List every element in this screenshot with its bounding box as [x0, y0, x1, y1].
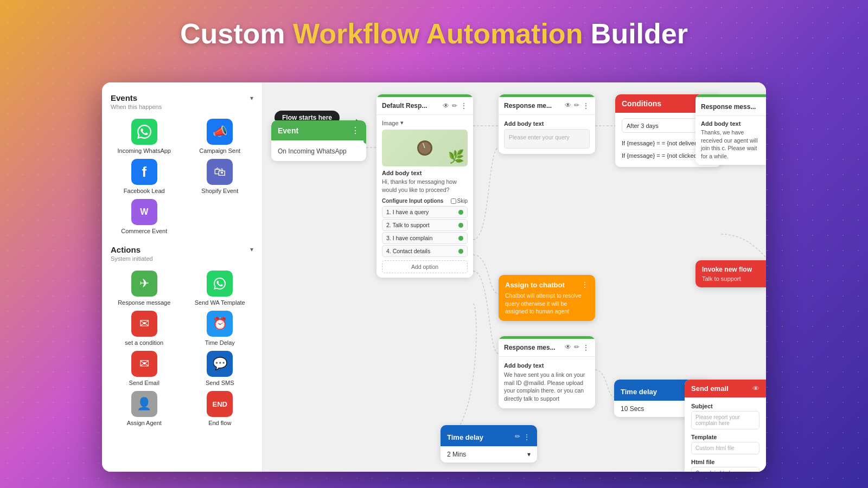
- sidebar-item-time-delay-label: Time Delay: [205, 339, 235, 346]
- time-delay-node-1[interactable]: Time delay ✏ ⋮ 2 Mins ▾: [441, 425, 537, 463]
- skip-label: Skip: [457, 198, 468, 204]
- option-2-label: 2. Talk to support: [386, 222, 430, 228]
- commerce-icon: W: [131, 199, 157, 225]
- send-wa-icon: [207, 271, 233, 297]
- actions-section-header[interactable]: Actions ▾: [108, 243, 256, 255]
- subject-placeholder: Please report your complain here: [691, 411, 760, 429]
- resp2-body: Add body text We have sent you a link on…: [499, 357, 595, 408]
- chatbot-title: Assign to chatbot: [505, 281, 565, 289]
- td2-value: 10 Secs: [621, 405, 644, 413]
- subject-label: Subject: [691, 403, 760, 409]
- sidebar-item-assign-label: Assign Agent: [127, 420, 162, 427]
- chatbot-header: Assign to chatbot ⋮: [505, 280, 589, 289]
- send-email-body: Subject Please report your complain here…: [685, 397, 766, 472]
- sidebar-item-incoming-whatsapp[interactable]: Incoming WhatsApp: [108, 119, 180, 155]
- resp1-header: Response me... 👁 ✏ ⋮: [499, 97, 595, 115]
- image-preview: 🌿: [382, 130, 468, 166]
- resp1-title: Response me...: [504, 102, 552, 110]
- sidebar-item-send-email[interactable]: ✉ Send Email: [108, 351, 180, 387]
- actions-grid: ✈ Response message Send WA Template ✉ se…: [108, 267, 256, 435]
- sidebar-item-send-sms[interactable]: 💬 Send SMS: [184, 351, 256, 387]
- option-3[interactable]: 3. I have complain: [382, 232, 468, 244]
- sidebar-item-facebook-label: Facebook Lead: [124, 188, 165, 195]
- chatbot-node[interactable]: Assign to chatbot ⋮ Chatbot will attempt…: [499, 275, 595, 321]
- sidebar-item-assign-agent[interactable]: 👤 Assign Agent: [108, 391, 180, 427]
- events-grid: Incoming WhatsApp 📣 Campaign Sent f Face…: [108, 115, 256, 243]
- response-msg-icon: ✈: [131, 271, 157, 297]
- sidebar-item-condition[interactable]: ✉ set a condition: [108, 311, 180, 346]
- sidebar: Events ▾ When this happens Incoming What…: [102, 82, 263, 472]
- add-option-button[interactable]: Add option: [382, 260, 468, 273]
- td1-dots[interactable]: ⋮: [523, 433, 531, 441]
- resp-far-body: Add body text Thanks, we have received o…: [695, 116, 766, 165]
- eye-icon[interactable]: 👁: [443, 102, 449, 110]
- event-node[interactable]: Event ⋮ On Incoming WhatsApp: [271, 120, 366, 161]
- sidebar-item-facebook-lead[interactable]: f Facebook Lead: [108, 159, 180, 195]
- sidebar-item-shopify[interactable]: 🛍 Shopify Event: [184, 159, 256, 195]
- resp-far-text: Thanks, we have received our agent will …: [701, 129, 761, 160]
- conditions-title: Conditions: [622, 99, 661, 108]
- td1-edit-icon[interactable]: ✏: [515, 433, 520, 441]
- resp2-dots[interactable]: ⋮: [582, 343, 590, 352]
- image-dropdown[interactable]: Image ▾: [382, 119, 468, 126]
- td1-body: 2 Mins ▾: [441, 446, 537, 463]
- td1-chevron: ▾: [527, 451, 531, 458]
- edit-icon[interactable]: ✏: [452, 102, 457, 110]
- dots-icon[interactable]: ⋮: [460, 101, 468, 110]
- send-sms-icon: 💬: [207, 351, 233, 377]
- option-2[interactable]: 2. Talk to support: [382, 219, 468, 231]
- image-label: Image: [382, 120, 399, 126]
- sidebar-item-time-delay[interactable]: ⏰ Time Delay: [184, 311, 256, 346]
- resp1-dots[interactable]: ⋮: [582, 101, 590, 110]
- option-1-label: 1. I have a query: [386, 209, 429, 215]
- events-title: Events: [111, 93, 137, 102]
- invoke-text: Talk to support: [702, 275, 760, 282]
- event-node-body: On Incoming WhatsApp: [271, 140, 366, 161]
- resp2-eye-icon[interactable]: 👁: [565, 343, 571, 352]
- default-resp-title: Default Resp...: [382, 102, 427, 110]
- event-connector-dot: [363, 138, 366, 144]
- invoke-node[interactable]: Invoke new flow Talk to support: [695, 260, 766, 287]
- response-node-far-right[interactable]: Response mess... Add body text Thanks, w…: [695, 94, 766, 165]
- send-email-node[interactable]: Send email 👁 Subject Please report your …: [685, 380, 766, 472]
- resp1-icons: 👁 ✏ ⋮: [565, 101, 590, 110]
- resp1-eye-icon[interactable]: 👁: [565, 101, 571, 110]
- resp1-edit-icon[interactable]: ✏: [574, 101, 579, 110]
- assign-agent-icon: 👤: [131, 391, 157, 417]
- sidebar-item-response-msg[interactable]: ✈ Response message: [108, 271, 180, 306]
- skip-checkbox[interactable]: [451, 198, 456, 204]
- actions-title: Actions: [111, 245, 141, 254]
- sidebar-item-campaign-sent[interactable]: 📣 Campaign Sent: [184, 119, 256, 155]
- resp-far-title: Response mess...: [701, 103, 756, 111]
- event-node-dots[interactable]: ⋮: [351, 125, 360, 136]
- option-4-dot: [458, 249, 463, 254]
- sidebar-item-send-wa-label: Send WA Template: [195, 299, 245, 306]
- template-placeholder: Custom html file: [691, 442, 760, 454]
- resp2-body-text: We have sent you a link on your mail ID …: [504, 371, 590, 403]
- default-response-node[interactable]: Default Resp... 👁 ✏ ⋮ Image ▾: [376, 94, 473, 278]
- resp2-title: Response mes...: [504, 344, 556, 351]
- option-4[interactable]: 4. Contact details: [382, 245, 468, 257]
- sidebar-item-commerce[interactable]: W Commerce Event: [108, 199, 180, 235]
- send-email-icon: ✉: [131, 351, 157, 377]
- sidebar-item-send-wa[interactable]: Send WA Template: [184, 271, 256, 306]
- html-file-value: Complain.html: [691, 467, 760, 472]
- sidebar-item-send-email-label: Send Email: [129, 380, 159, 387]
- option-1[interactable]: 1. I have a query: [382, 206, 468, 218]
- resp2-icons: 👁 ✏ ⋮: [565, 343, 590, 352]
- send-email-title: Send email: [691, 384, 729, 393]
- events-chevron-icon: ▾: [250, 94, 253, 102]
- events-section-header[interactable]: Events ▾: [108, 91, 256, 104]
- chatbot-dots[interactable]: ⋮: [581, 280, 589, 289]
- response-node-2[interactable]: Response mes... 👁 ✏ ⋮ Add body text We h…: [499, 336, 595, 408]
- resp1-body: Add body text Please enter your query: [499, 115, 595, 154]
- td1-value-row[interactable]: 2 Mins ▾: [447, 451, 531, 458]
- response-node-1[interactable]: Response me... 👁 ✏ ⋮ Add body text Pleas…: [499, 94, 595, 154]
- resp2-edit-icon[interactable]: ✏: [574, 343, 579, 352]
- resp1-body-label: Add body text: [504, 120, 590, 127]
- sidebar-item-response-label: Response message: [118, 299, 170, 306]
- chatbot-text: Chatbot will attempt to resolve query ot…: [505, 292, 589, 316]
- td1-title: Time delay: [447, 433, 483, 441]
- sidebar-item-end-flow[interactable]: END End flow: [184, 391, 256, 427]
- end-flow-icon: END: [207, 391, 233, 417]
